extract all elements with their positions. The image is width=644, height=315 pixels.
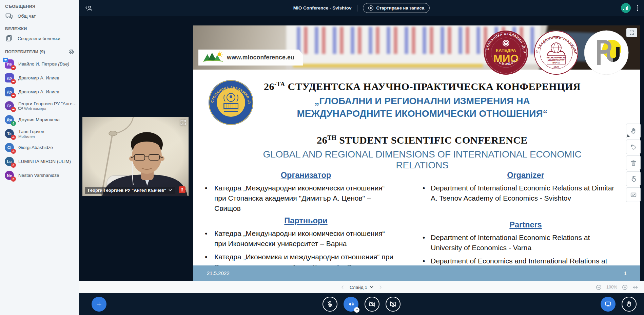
webcam-fullscreen-icon[interactable] <box>180 119 186 126</box>
svg-text:УНИВЕРСИТЕТ: УНИВЕРСИТЕТ <box>548 59 565 61</box>
partner-logos: СТОПАНСКА АКАДЕМИЯ „Д. А. ЦЕНОВ“ КАТЕДРА… <box>484 30 629 75</box>
slide-date: 21.5.2022 <box>207 270 230 276</box>
users-settings-gear-icon[interactable] <box>69 49 74 56</box>
listen-only-badge-icon <box>11 79 16 84</box>
share-screen-button[interactable] <box>386 297 401 312</box>
users-section-header: ПОТРЕБИТЕЛИ (9) <box>0 50 79 54</box>
start-recording-button[interactable]: Стартиране на записа <box>363 3 430 13</box>
katedra-mio-logo: СТОПАНСКА АКАДЕМИЯ „Д. А. ЦЕНОВ“ КАТЕДРА… <box>484 30 528 75</box>
user-list: Ив Ивайло И. Петров (Вие) Др Драгомир А.… <box>0 57 79 182</box>
plus-icon <box>96 301 102 308</box>
webcam-name-label[interactable]: Георги Георгиев РУ "Ангел Кънчев" <box>85 187 175 194</box>
varna-university-logo: С АКАДЕМИЧНИ ТРАДИЦИИ В БЪДЕЩЕТО ИКОНОМИ… <box>534 30 579 75</box>
minimize-presentation-button[interactable] <box>601 297 616 312</box>
presentation-fullscreen-button[interactable] <box>626 28 637 37</box>
audio-options-chevron[interactable] <box>354 307 359 313</box>
organizer-header-en: Organizer <box>418 171 633 180</box>
bigbluebutton-app: СЪОБЩЕНИЯ Общ чат БЕЛЕЖКИ Споделени беле… <box>0 0 644 315</box>
presentation-nav-bar: Слайд 1 100% <box>79 281 644 293</box>
presenter-badge-icon <box>3 57 8 62</box>
partner-bullet: Катедра „Международни икономически отнош… <box>201 228 397 249</box>
conference-website-label: www.mioconference.eu <box>198 50 303 66</box>
slide-footer: 21.5.2022 1 <box>193 265 640 281</box>
user-list-item[interactable]: Gi Giorgi Abashidze <box>0 141 79 154</box>
organizer-column-bg: Организатор Катедра „Международни иконом… <box>201 171 411 272</box>
previous-slide-button[interactable] <box>340 285 345 290</box>
multiuser-whiteboard-button[interactable] <box>626 187 641 202</box>
pointer-hand-icon <box>630 175 637 183</box>
pointer-tool-button[interactable] <box>626 171 641 186</box>
zoom-out-button[interactable] <box>596 284 602 291</box>
raise-hand-button[interactable] <box>622 297 637 312</box>
avatar: Дж <box>5 115 14 124</box>
user-list-item[interactable]: Дж Джулия Маринчева <box>0 113 79 127</box>
divider <box>357 5 357 12</box>
avatar: Gi <box>5 143 14 152</box>
options-menu-button[interactable] <box>636 4 640 12</box>
mobile-status: Мобилен <box>18 134 44 138</box>
whiteboard-chart-icon <box>630 191 637 199</box>
organizer-bullet: Department of International Economic Rel… <box>418 183 621 203</box>
conference-title-bg: 26-ТА СТУДЕНТСКА НАУЧНО-ПРАКТИЧЕСКА КОНФ… <box>241 81 604 92</box>
sidebar-item-shared-notes[interactable]: Споделени бележки <box>0 31 79 45</box>
notes-section-header: БЕЛЕЖКИ <box>0 26 79 31</box>
notes-icon <box>5 34 13 42</box>
sidebar-item-public-chat[interactable]: Общ чат <box>0 9 79 23</box>
voice-badge-icon <box>11 121 16 126</box>
listen-only-badge-icon <box>11 107 16 112</box>
clear-annotations-button[interactable] <box>626 155 641 170</box>
listen-only-badge-icon <box>11 149 16 154</box>
messages-section-header: СЪОБЩЕНИЯ <box>0 4 79 9</box>
user-list-item[interactable]: Др Драгомир А. Илиев <box>0 85 79 99</box>
presentation-slide[interactable]: www.mioconference.eu СТОПАНСКА АКАДЕМИЯ … <box>193 25 640 281</box>
user-list-item[interactable]: Ne Nestan Varshanidze <box>0 168 79 182</box>
webcam-scene <box>82 117 189 196</box>
avatar: Ге <box>5 101 14 110</box>
user-list-item[interactable]: Ив Ивайло И. Петров (Вие) <box>0 57 79 71</box>
chat-icon <box>5 12 13 20</box>
fit-width-button[interactable] <box>632 284 639 291</box>
organizer-column-en: Organizer Department of International Ec… <box>418 171 633 276</box>
next-slide-button[interactable] <box>378 285 383 290</box>
undo-annotation-button[interactable] <box>626 140 641 154</box>
action-bar <box>79 293 644 315</box>
avatar: Др <box>5 73 14 82</box>
partners-header-bg: Партньори <box>201 216 411 225</box>
zoom-in-button[interactable] <box>622 284 628 291</box>
webcam-status-badge <box>179 186 186 193</box>
hand-icon <box>630 127 637 135</box>
user-list-item[interactable]: Та Таня Горчев Мобилен <box>0 127 79 141</box>
avatar: Ив <box>5 59 14 69</box>
svg-text:ИКОНОМИЧЕСКИ: ИКОНОМИЧЕСКИ <box>547 56 566 59</box>
public-chat-label: Общ чат <box>18 14 36 19</box>
screenshare-off-icon <box>389 300 397 308</box>
user-list-item[interactable]: Lu LUMINITA MIRON (ULIM) <box>0 154 79 168</box>
user-list-item[interactable]: Ге Георги Георгиев РУ "Ангел Кънч... Web… <box>0 99 79 113</box>
connection-status-icon[interactable] <box>621 3 631 13</box>
microphone-muted-icon <box>326 300 334 308</box>
audio-settings-button[interactable] <box>344 297 358 312</box>
listen-only-badge-icon <box>11 65 16 70</box>
pan-tool-button[interactable] <box>626 124 641 138</box>
mute-microphone-button[interactable] <box>323 297 337 312</box>
webcam-video[interactable]: Георги Георгиев РУ "Ангел Кънчев" <box>82 117 189 196</box>
slide-titles: 26-ТА СТУДЕНТСКА НАУЧНО-ПРАКТИЧЕСКА КОНФ… <box>241 81 604 171</box>
speaker-icon <box>347 300 355 308</box>
ruse-university-logo <box>584 30 629 75</box>
avatar: Ne <box>5 171 14 180</box>
slide-selector-dropdown[interactable]: Слайд 1 <box>350 285 373 290</box>
share-webcam-button[interactable] <box>365 297 379 312</box>
chevron-down-icon <box>169 189 172 191</box>
undo-icon <box>630 143 637 151</box>
avatar: Та <box>5 129 14 138</box>
top-bar: MIO Conference - Svishtov Стартиране на … <box>79 0 644 16</box>
organizer-header-bg: Организатор <box>201 171 411 180</box>
webcam-mini-icon <box>18 107 23 111</box>
actions-plus-button[interactable] <box>92 297 106 312</box>
conference-theme-en: GLOBAL AND REGIONAL DIMENSIONS OF INTERN… <box>241 149 604 171</box>
toggle-userlist-button[interactable] <box>84 4 93 12</box>
raised-hand-icon <box>625 300 633 308</box>
meeting-title: MIO Conference - Svishtov <box>293 5 352 11</box>
user-list-item[interactable]: Др Драгомир А. Илиев <box>0 71 79 85</box>
listen-only-badge-icon <box>11 163 16 168</box>
